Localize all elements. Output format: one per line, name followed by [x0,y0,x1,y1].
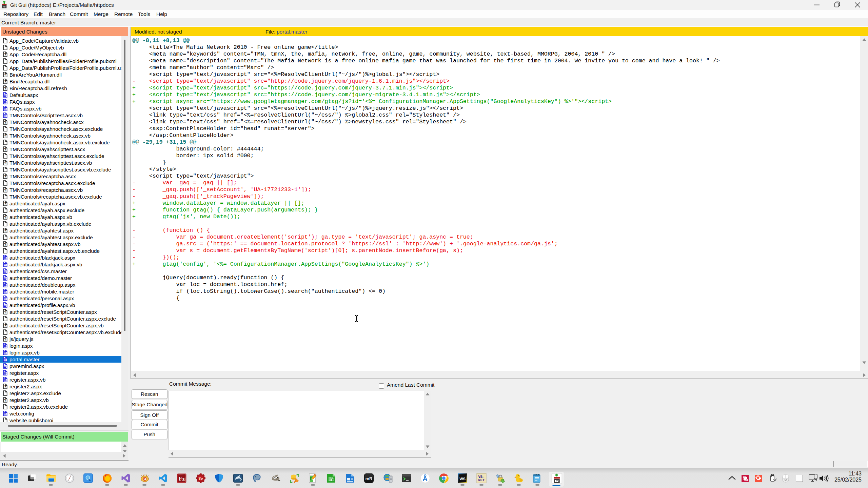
svg-text:?: ? [4,324,6,328]
svg-text:?: ? [4,161,6,165]
svg-text:Fz: Fz [198,476,203,481]
svg-text:?: ? [4,215,6,219]
svg-text:?: ? [4,73,6,77]
svg-text:?: ? [4,229,6,233]
svg-text:?: ? [4,242,6,246]
svg-text:?: ? [4,310,6,314]
svg-text:?: ? [4,385,6,389]
svg-text:?: ? [4,188,6,192]
svg-text:?: ? [4,53,6,57]
svg-text:NET: NET [478,478,485,482]
svg-text:Fz: Fz [179,475,185,482]
svg-text:?: ? [4,398,6,402]
svg-text:?: ? [4,80,6,84]
svg-text:?: ? [4,147,6,151]
svg-text:mR: mR [366,476,373,481]
svg-text:?: ? [4,134,6,138]
svg-text:?: ? [4,86,6,90]
svg-text:?: ? [4,337,6,341]
svg-text:WS: WS [459,477,466,481]
svg-text:?: ? [4,202,6,206]
svg-text:?: ? [4,120,6,124]
svg-text:?: ? [4,175,6,179]
